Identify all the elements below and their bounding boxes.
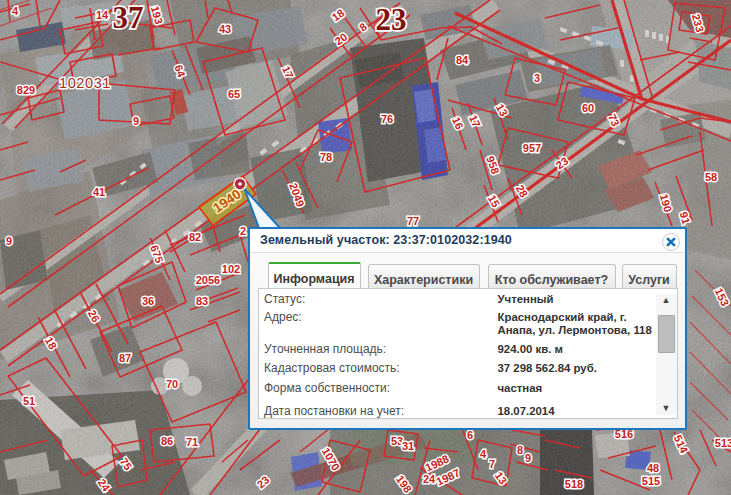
svg-text:82: 82 [189,231,201,243]
svg-text:4: 4 [12,5,19,17]
svg-text:87: 87 [119,352,131,364]
svg-text:77: 77 [407,215,419,227]
svg-text:24: 24 [423,473,436,485]
svg-text:14: 14 [96,9,109,21]
svg-text:37: 37 [113,0,144,35]
svg-text:9: 9 [133,115,139,127]
svg-text:102031: 102031 [59,75,111,91]
svg-text:957: 957 [523,142,541,154]
svg-text:65: 65 [228,88,240,100]
svg-text:8: 8 [517,444,523,456]
svg-text:6: 6 [467,429,473,441]
svg-text:518: 518 [565,478,583,490]
svg-text:513: 513 [715,437,731,449]
svg-text:23: 23 [376,2,407,37]
svg-text:102: 102 [222,263,240,275]
svg-text:2: 2 [240,225,246,237]
svg-text:41: 41 [93,186,105,198]
svg-text:4: 4 [480,448,487,460]
svg-text:43: 43 [219,23,231,35]
svg-text:76: 76 [381,113,393,125]
svg-text:48: 48 [647,462,659,474]
svg-text:71: 71 [186,436,198,448]
svg-text:78: 78 [320,151,332,163]
svg-text:60: 60 [582,102,594,114]
svg-text:83: 83 [196,295,208,307]
svg-text:2056: 2056 [196,274,220,286]
svg-text:829: 829 [17,84,35,96]
svg-text:36: 36 [142,295,154,307]
svg-text:70: 70 [166,378,178,390]
svg-text:3: 3 [534,72,540,84]
svg-text:515: 515 [642,475,660,487]
svg-text:7: 7 [489,458,495,470]
svg-text:86: 86 [161,435,173,447]
svg-text:31: 31 [402,440,414,452]
svg-text:9: 9 [525,452,531,464]
svg-text:84: 84 [456,54,469,66]
svg-text:9: 9 [6,235,12,247]
svg-text:51: 51 [23,395,35,407]
svg-text:58: 58 [705,171,717,183]
